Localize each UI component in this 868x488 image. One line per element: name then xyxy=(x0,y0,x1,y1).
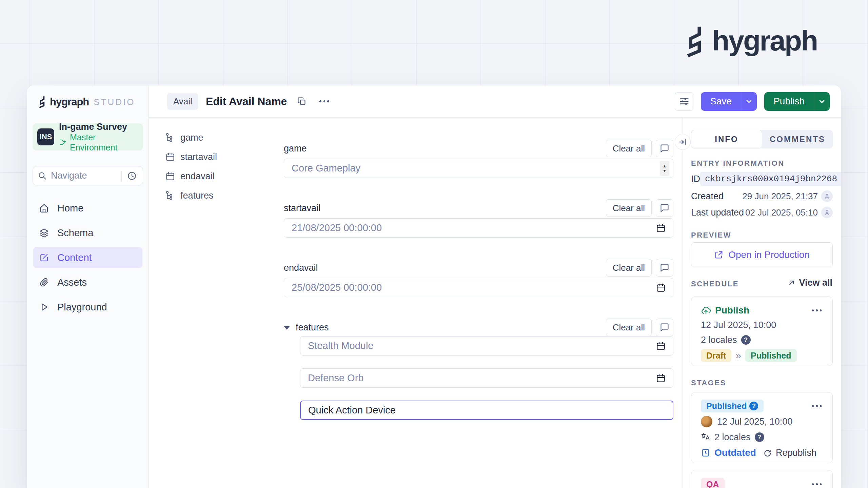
sidebar-item-label: Assets xyxy=(57,277,87,288)
sidebar-item-label: Content xyxy=(57,252,92,263)
sidebar-nav: Home Schema Content xyxy=(33,198,142,318)
sidebar-item-home[interactable]: Home xyxy=(33,198,142,219)
save-split-button: Save xyxy=(701,92,757,111)
open-in-production-label: Open in Production xyxy=(728,249,810,260)
published-stage-badge: Published xyxy=(745,349,796,362)
startavail-datetime-input[interactable] xyxy=(284,218,673,238)
id-label: ID xyxy=(691,174,700,184)
published-badge-label: Published xyxy=(706,401,747,411)
schedule-more-button[interactable] xyxy=(811,304,823,317)
feature-input-3-focused[interactable] xyxy=(300,401,673,420)
spinner-up-icon: ▲ xyxy=(663,164,667,168)
stage-datetime: 12 Jul 2025, 10:00 xyxy=(717,416,792,427)
comment-button[interactable] xyxy=(656,140,673,157)
field-nav-item-game[interactable]: game xyxy=(149,130,275,145)
select-spinner[interactable]: ▲ ▼ xyxy=(660,161,669,176)
entry-information-heading: ENTRY INFORMATION xyxy=(691,159,785,168)
feature-input-1[interactable] xyxy=(300,336,673,355)
republish-link[interactable]: Republish xyxy=(776,448,816,458)
save-button[interactable]: Save xyxy=(701,92,741,111)
field-nav-item-features[interactable]: features xyxy=(149,188,275,203)
collapse-triangle-icon[interactable] xyxy=(284,326,290,330)
comment-button[interactable] xyxy=(656,319,673,336)
navigate-search[interactable] xyxy=(33,166,143,185)
collapse-arrow-icon xyxy=(678,138,687,146)
translate-icon xyxy=(701,432,710,442)
features-label-text: features xyxy=(296,322,329,333)
more-actions-button[interactable] xyxy=(317,94,332,109)
sidebar-item-assets[interactable]: Assets xyxy=(33,272,142,293)
startavail-field-actions: Clear all xyxy=(606,199,673,217)
game-select-wrap: ▲ ▼ xyxy=(284,159,673,178)
game-select[interactable] xyxy=(284,159,673,178)
feature-item-wrap xyxy=(300,401,673,420)
stage-more-button[interactable] xyxy=(811,478,823,488)
brand-suffix: STUDIO xyxy=(94,96,135,108)
search-input[interactable] xyxy=(51,170,117,181)
project-switcher[interactable]: INS In-game Survey Master Environment xyxy=(33,123,143,150)
spinner-down-icon: ▼ xyxy=(663,168,667,173)
comment-icon xyxy=(660,144,669,153)
view-settings-button[interactable] xyxy=(675,92,693,111)
schedule-view-all-link[interactable]: View all xyxy=(788,278,832,288)
recent-history-button[interactable] xyxy=(126,170,138,182)
panel-collapse-button[interactable] xyxy=(675,134,691,150)
sliders-icon xyxy=(679,96,689,106)
brand-name: hygraph xyxy=(50,96,89,108)
last-updated-label: Last updated xyxy=(691,207,744,218)
field-nav-label: game xyxy=(180,133,203,143)
field-nav-item-startavail[interactable]: startavail xyxy=(149,149,275,165)
copy-entry-button[interactable] xyxy=(294,94,309,109)
comment-button[interactable] xyxy=(656,199,673,217)
publish-button[interactable]: Publish xyxy=(764,92,814,111)
arrow-up-right-icon xyxy=(788,279,795,287)
save-dropdown-button[interactable] xyxy=(741,92,757,111)
field-nav-item-endavail[interactable]: endavail xyxy=(149,168,275,184)
stage-badge-row: QA xyxy=(701,478,823,488)
open-in-production-button[interactable]: Open in Production xyxy=(691,242,833,267)
game-field-header: game Clear all xyxy=(284,140,673,157)
refresh-icon xyxy=(763,448,772,457)
help-question-icon[interactable]: ? xyxy=(741,335,751,345)
features-field-header: features Clear all xyxy=(284,319,673,336)
schedule-datetime: 12 Jul 2025, 10:00 xyxy=(701,320,823,330)
last-updated-row: Last updated 02 Jul 2025, 05:10 xyxy=(691,206,833,219)
home-icon xyxy=(39,203,49,213)
entry-id-value[interactable]: ckbrsjkrs000x0194j9bn2268 xyxy=(700,172,841,186)
last-updated-value: 02 Jul 2025, 05:10 xyxy=(745,207,818,218)
feature-item-wrap xyxy=(300,368,673,388)
clear-all-button[interactable]: Clear all xyxy=(606,199,652,217)
comment-icon xyxy=(660,263,669,272)
tab-info[interactable]: INFO xyxy=(691,130,762,148)
entry-id-row: ID ckbrsjkrs000x0194j9bn2268 xyxy=(691,172,833,186)
clear-all-button[interactable]: Clear all xyxy=(606,319,652,336)
user-avatar-icon xyxy=(821,190,833,202)
outdated-status-link[interactable]: Outdated xyxy=(714,447,756,458)
project-environment: Master Environment xyxy=(59,132,138,152)
topbar: Avail Edit Avail Name xyxy=(149,85,841,118)
tab-comments[interactable]: COMMENTS xyxy=(762,130,833,148)
app-window: hygraph STUDIO INS In-game Survey Master… xyxy=(27,85,841,488)
game-field-label: game xyxy=(284,143,307,154)
published-stage-badge: Published ? xyxy=(701,400,764,412)
schedule-locales: 2 locales xyxy=(701,335,737,345)
sidebar-item-playground[interactable]: Playground xyxy=(33,297,142,318)
endavail-datetime-input[interactable] xyxy=(284,278,673,297)
schedule-locales-row: 2 locales ? xyxy=(701,334,823,346)
clear-all-button[interactable]: Clear all xyxy=(606,140,652,157)
feature-input-2[interactable] xyxy=(300,368,673,388)
help-question-icon[interactable]: ? xyxy=(749,402,758,410)
sidebar-item-label: Schema xyxy=(57,227,93,239)
sidebar-item-schema[interactable]: Schema xyxy=(33,222,142,243)
relation-tree-icon xyxy=(165,133,175,143)
sidebar-item-content[interactable]: Content xyxy=(33,247,142,268)
help-question-icon[interactable]: ? xyxy=(755,432,764,442)
clear-all-button[interactable]: Clear all xyxy=(606,259,652,277)
play-icon xyxy=(39,302,49,312)
created-value: 29 Jun 2025, 21:37 xyxy=(742,191,818,202)
stage-more-button[interactable] xyxy=(811,400,823,412)
paperclip-icon xyxy=(39,277,49,287)
publish-dropdown-button[interactable] xyxy=(814,92,830,111)
field-nav-label: endavail xyxy=(180,171,215,182)
comment-button[interactable] xyxy=(656,259,673,277)
